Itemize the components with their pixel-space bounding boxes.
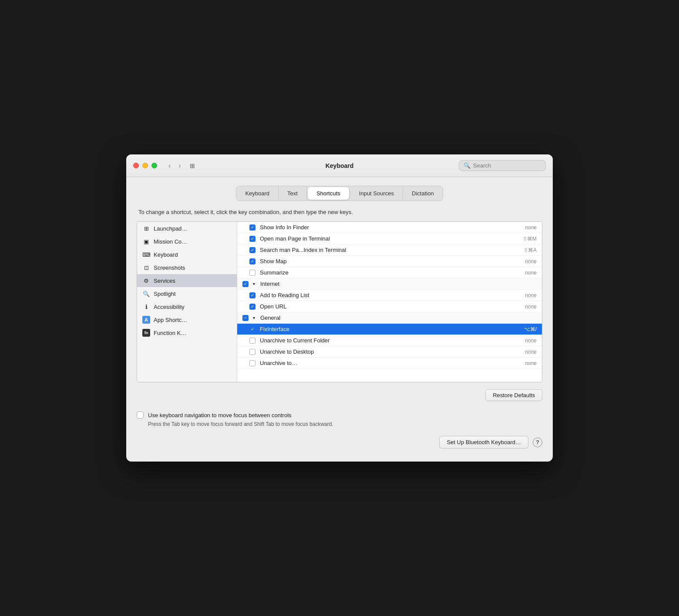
chevron-down-icon-general: ▾ xyxy=(253,315,255,320)
grid-icon[interactable]: ⊞ xyxy=(190,162,195,169)
shortcut-key-open-url: none xyxy=(511,304,537,310)
shortcut-name-internet: Internet xyxy=(260,281,506,287)
launchpad-icon: ⊞ xyxy=(142,224,150,232)
shortcut-key-show-map: none xyxy=(511,258,537,264)
tab-dictation[interactable]: Dictation xyxy=(403,186,443,201)
shortcut-name-search-man: Search man Pa...Index in Terminal xyxy=(260,247,506,253)
nav-buttons: ‹ › xyxy=(166,161,184,171)
shortcut-row-unarchive-current[interactable]: Unarchive to Current Folder none xyxy=(237,335,542,346)
sidebar-label-accessibility: Accessibility xyxy=(154,304,185,310)
app-shortcuts-icon: A xyxy=(142,316,150,324)
shortcut-row-open-man-page[interactable]: Open man Page in Terminal ⇧⌘M xyxy=(237,233,542,244)
shortcut-row-unarchive-desktop[interactable]: Unarchive to Desktop none xyxy=(237,346,542,358)
restore-defaults-button[interactable]: Restore Defaults xyxy=(485,389,542,401)
shortcut-name-fix-interface: FixInterface xyxy=(260,326,506,332)
spotlight-icon: 🔍 xyxy=(142,290,150,298)
checkbox-general[interactable] xyxy=(242,315,249,321)
shortcut-key-show-info: none xyxy=(511,224,537,231)
shortcut-row-open-url[interactable]: Open URL none xyxy=(237,301,542,312)
setup-bluetooth-button[interactable]: Set Up Bluetooth Keyboard… xyxy=(439,436,528,449)
shortcut-list: Show Info In Finder none Open man Page i… xyxy=(237,222,542,382)
shortcut-row-show-map[interactable]: Show Map none xyxy=(237,256,542,267)
tab-bar-container: Keyboard Text Shortcuts Input Sources Di… xyxy=(137,186,542,201)
sidebar-label-app-shortcuts: App Shortc… xyxy=(154,317,187,323)
minimize-button[interactable] xyxy=(142,163,148,168)
sidebar-label-launchpad: Launchpad… xyxy=(154,225,187,232)
sidebar-item-services[interactable]: ⚙ Services xyxy=(137,274,237,287)
sidebar-label-services: Services xyxy=(154,278,175,284)
description-text: To change a shortcut, select it, click t… xyxy=(138,209,542,215)
content-area: Keyboard Text Shortcuts Input Sources Di… xyxy=(126,177,553,462)
checkbox-fix-interface[interactable] xyxy=(249,326,255,332)
shortcut-key-summarize: none xyxy=(511,270,537,276)
checkbox-unarchive-desktop[interactable] xyxy=(249,349,255,355)
sidebar-item-function-keys[interactable]: fn Function K… xyxy=(137,326,237,339)
screenshots-icon: ⊡ xyxy=(142,264,150,271)
search-icon: 🔍 xyxy=(464,162,471,169)
checkbox-internet[interactable] xyxy=(242,281,249,287)
shortcut-row-show-info[interactable]: Show Info In Finder none xyxy=(237,222,542,233)
mission-control-icon: ▣ xyxy=(142,238,150,245)
shortcut-row-fix-interface[interactable]: FixInterface ⌥⌘/ xyxy=(237,324,542,335)
shortcut-key-search-man: ⇧⌘A xyxy=(511,247,537,253)
maximize-button[interactable] xyxy=(151,163,157,168)
chevron-down-icon: ▾ xyxy=(253,281,255,286)
keyboard-nav-checkbox[interactable] xyxy=(137,412,144,418)
checkbox-summarize[interactable] xyxy=(249,270,255,276)
search-box[interactable]: 🔍 xyxy=(459,160,546,171)
checkbox-open-man-page[interactable] xyxy=(249,236,255,242)
checkbox-unarchive-current[interactable] xyxy=(249,338,255,344)
shortcut-name-open-man-page: Open man Page in Terminal xyxy=(260,235,506,242)
shortcut-name-unarchive-desktop: Unarchive to Desktop xyxy=(260,348,506,355)
bottom-bar: Set Up Bluetooth Keyboard… ? xyxy=(137,436,542,453)
shortcut-row-unarchive-to[interactable]: Unarchive to… none xyxy=(237,358,542,369)
sidebar-item-spotlight[interactable]: 🔍 Spotlight xyxy=(137,287,237,300)
checkbox-show-info[interactable] xyxy=(249,224,255,231)
forward-button[interactable]: › xyxy=(176,161,183,171)
keyboard-preferences-window: ‹ › ⊞ Keyboard 🔍 Keyboard Text Shortcuts… xyxy=(126,154,553,462)
keyboard-nav-label: Use keyboard navigation to move focus be… xyxy=(148,412,292,418)
shortcut-key-reading-list: none xyxy=(511,292,537,298)
sidebar-item-screenshots[interactable]: ⊡ Screenshots xyxy=(137,261,237,274)
sidebar-label-function-keys: Function K… xyxy=(154,330,186,336)
shortcut-name-general: General xyxy=(260,315,506,321)
tab-input-sources[interactable]: Input Sources xyxy=(350,186,403,201)
tab-shortcuts[interactable]: Shortcuts xyxy=(308,187,350,200)
sidebar-item-keyboard[interactable]: ⌨ Keyboard xyxy=(137,248,237,261)
keyboard-nav-row: Use keyboard navigation to move focus be… xyxy=(137,412,542,418)
shortcut-row-search-man[interactable]: Search man Pa...Index in Terminal ⇧⌘A xyxy=(237,244,542,256)
shortcut-name-summarize: Summarize xyxy=(260,269,506,276)
checkbox-reading-list[interactable] xyxy=(249,292,255,298)
shortcut-group-general[interactable]: ▾ General xyxy=(237,312,542,324)
shortcut-key-open-man-page: ⇧⌘M xyxy=(511,236,537,242)
window-title: Keyboard xyxy=(326,162,354,169)
sidebar-label-mission-control: Mission Co… xyxy=(154,238,187,245)
shortcut-name-unarchive-to: Unarchive to… xyxy=(260,360,506,366)
checkbox-search-man[interactable] xyxy=(249,247,255,253)
shortcut-row-summarize[interactable]: Summarize none xyxy=(237,267,542,278)
checkbox-unarchive-to[interactable] xyxy=(249,360,255,366)
checkbox-show-map[interactable] xyxy=(249,258,255,264)
sidebar-label-keyboard: Keyboard xyxy=(154,251,178,258)
sidebar-label-screenshots: Screenshots xyxy=(154,264,185,271)
tab-keyboard[interactable]: Keyboard xyxy=(236,186,279,201)
shortcut-key-unarchive-desktop: none xyxy=(511,349,537,355)
shortcut-key-unarchive-current: none xyxy=(511,338,537,344)
shortcut-name-reading-list: Add to Reading List xyxy=(260,292,506,298)
traffic-lights xyxy=(133,163,157,168)
back-button[interactable]: ‹ xyxy=(166,161,173,171)
sidebar-item-accessibility[interactable]: ℹ Accessibility xyxy=(137,300,237,313)
shortcut-group-internet[interactable]: ▾ Internet xyxy=(237,278,542,290)
sidebar-item-launchpad[interactable]: ⊞ Launchpad… xyxy=(137,222,237,235)
tab-bar: Keyboard Text Shortcuts Input Sources Di… xyxy=(236,186,443,201)
services-icon: ⚙ xyxy=(142,277,150,285)
sidebar-item-app-shortcuts[interactable]: A App Shortc… xyxy=(137,313,237,326)
keyboard-icon: ⌨ xyxy=(142,251,150,258)
sidebar-item-mission-control[interactable]: ▣ Mission Co… xyxy=(137,235,237,248)
search-input[interactable] xyxy=(473,162,541,169)
checkbox-open-url[interactable] xyxy=(249,304,255,310)
tab-text[interactable]: Text xyxy=(279,186,307,201)
close-button[interactable] xyxy=(133,163,139,168)
shortcut-row-reading-list[interactable]: Add to Reading List none xyxy=(237,290,542,301)
help-button[interactable]: ? xyxy=(533,438,542,447)
